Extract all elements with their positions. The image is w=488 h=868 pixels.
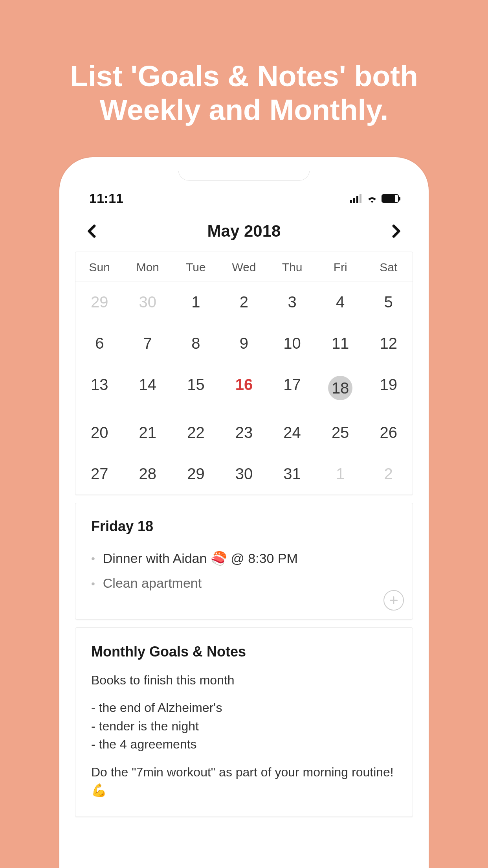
calendar-day[interactable]: 31 (268, 453, 316, 495)
calendar-day[interactable]: 6 (75, 323, 124, 364)
calendar-grid: 2930123456789101112131415161718192021222… (75, 281, 413, 495)
weekday-header: SunMonTueWedThuFriSat (75, 252, 413, 281)
calendar-day[interactable]: 29 (172, 453, 220, 495)
monthly-notes-card: Monthly Goals & Notes Books to finish th… (75, 627, 413, 817)
calendar-day[interactable]: 4 (316, 281, 365, 323)
event-text: Dinner with Aidan 🍣 @ 8:30 PM (103, 550, 298, 566)
notch (178, 171, 310, 181)
weekday-label: Tue (172, 261, 220, 274)
calendar-day[interactable]: 1 (172, 281, 220, 323)
calendar-day[interactable]: 18 (316, 364, 365, 412)
bullet-icon: • (91, 552, 95, 565)
calendar-day[interactable]: 17 (268, 364, 316, 412)
calendar-day[interactable]: 26 (364, 412, 413, 453)
calendar-day[interactable]: 19 (364, 364, 413, 412)
weekday-label: Thu (268, 261, 316, 274)
calendar-day[interactable]: 23 (220, 412, 268, 453)
weekday-label: Fri (316, 261, 365, 274)
calendar-day[interactable]: 29 (75, 281, 124, 323)
calendar-day[interactable]: 2 (364, 453, 413, 495)
wifi-icon (367, 194, 378, 203)
calendar-day[interactable]: 25 (316, 412, 365, 453)
calendar-day[interactable]: 30 (124, 281, 172, 323)
calendar-day[interactable]: 8 (172, 323, 220, 364)
calendar-day[interactable]: 20 (75, 412, 124, 453)
calendar-day[interactable]: 28 (124, 453, 172, 495)
event-text: Clean apartment (103, 576, 202, 591)
monthly-notes-title: Monthly Goals & Notes (91, 644, 397, 660)
prev-month-button[interactable] (84, 223, 100, 239)
add-event-button[interactable] (383, 590, 404, 611)
calendar-day[interactable]: 15 (172, 364, 220, 412)
calendar-day[interactable]: 13 (75, 364, 124, 412)
day-events-card: Friday 18 •Dinner with Aidan 🍣 @ 8:30 PM… (75, 503, 413, 620)
calendar-day[interactable]: 30 (220, 453, 268, 495)
cellular-icon (350, 194, 363, 203)
calendar-day[interactable]: 12 (364, 323, 413, 364)
promo-headline: List 'Goals & Notes' both Weekly and Mon… (0, 0, 488, 127)
calendar-day[interactable]: 7 (124, 323, 172, 364)
weekday-label: Sat (364, 261, 413, 274)
calendar-day[interactable]: 21 (124, 412, 172, 453)
status-time: 11:11 (89, 191, 123, 206)
battery-icon (382, 194, 399, 203)
calendar-day[interactable]: 11 (316, 323, 365, 364)
calendar-day[interactable]: 14 (124, 364, 172, 412)
weekday-label: Mon (124, 261, 172, 274)
event-item[interactable]: •Dinner with Aidan 🍣 @ 8:30 PM (91, 546, 397, 571)
selected-day-title: Friday 18 (91, 518, 397, 535)
calendar-day[interactable]: 10 (268, 323, 316, 364)
next-month-button[interactable] (388, 223, 404, 239)
calendar-day[interactable]: 27 (75, 453, 124, 495)
calendar-day[interactable]: 1 (316, 453, 365, 495)
month-title: May 2018 (207, 222, 281, 241)
calendar-day[interactable]: 9 (220, 323, 268, 364)
calendar-day[interactable]: 5 (364, 281, 413, 323)
calendar-day[interactable]: 16 (220, 364, 268, 412)
plus-icon (389, 595, 399, 605)
calendar-day[interactable]: 24 (268, 412, 316, 453)
weekday-label: Sun (75, 261, 124, 274)
bullet-icon: • (91, 577, 95, 590)
monthly-notes-body[interactable]: Books to finish this month - the end of … (91, 671, 397, 799)
phone-frame: 11:11 May 2018 SunMonTueWedThuFriSat 293… (59, 157, 429, 868)
status-bar: 11:11 (70, 191, 418, 209)
calendar-card: SunMonTueWedThuFriSat 293012345678910111… (75, 252, 413, 495)
screen: 11:11 May 2018 SunMonTueWedThuFriSat 293… (70, 171, 418, 868)
calendar-day[interactable]: 22 (172, 412, 220, 453)
calendar-day[interactable]: 2 (220, 281, 268, 323)
weekday-label: Wed (220, 261, 268, 274)
event-item[interactable]: •Clean apartment (91, 571, 397, 596)
calendar-day[interactable]: 3 (268, 281, 316, 323)
